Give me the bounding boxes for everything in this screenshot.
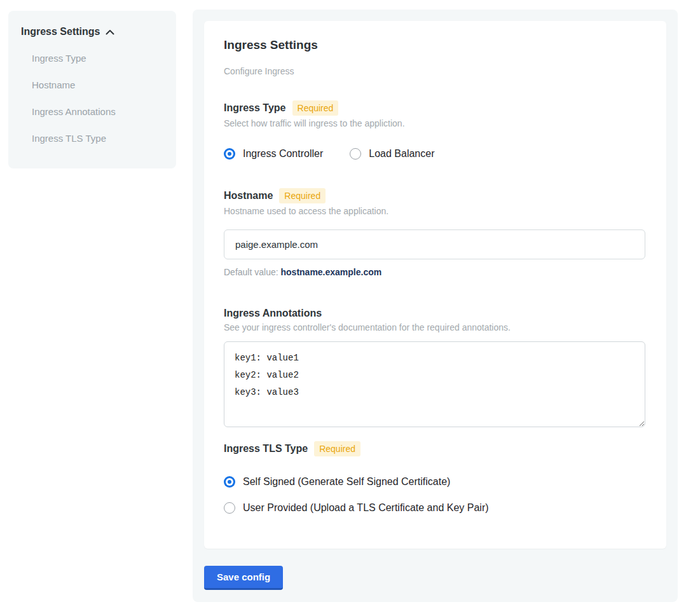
sidebar-group-ingress-settings[interactable]: Ingress Settings	[21, 26, 163, 38]
page-title: Ingress Settings	[224, 38, 647, 53]
radio-selected-icon[interactable]	[224, 476, 235, 488]
section-hostname: Hostname Required Hostname used to acces…	[224, 188, 647, 278]
ingress-type-radio-group: Ingress Controller Load Balancer	[224, 147, 647, 160]
annotations-help: See your ingress controller's documentat…	[224, 322, 647, 333]
save-config-button[interactable]: Save config	[204, 566, 283, 590]
annotations-textarea[interactable]: key1: value1 key2: value2 key3: value3	[224, 341, 645, 427]
sidebar-item-ingress-type[interactable]: Ingress Type	[21, 53, 163, 64]
ingress-type-help: Select how traffic will ingress to the a…	[224, 118, 647, 129]
section-ingress-type: Ingress Type Required Select how traffic…	[224, 100, 647, 160]
hostname-default-line: Default value: hostname.example.com	[224, 267, 647, 278]
required-badge: Required	[279, 188, 326, 203]
hostname-input[interactable]	[224, 229, 645, 259]
chevron-up-icon	[106, 26, 114, 38]
radio-unselected-icon[interactable]	[224, 502, 235, 514]
sidebar-group-label: Ingress Settings	[21, 26, 100, 38]
radio-ingress-controller[interactable]: Ingress Controller	[224, 147, 323, 160]
ingress-settings-card: Ingress Settings Configure Ingress Ingre…	[204, 21, 666, 549]
default-value-prefix: Default value:	[224, 267, 281, 277]
radio-load-balancer[interactable]: Load Balancer	[350, 147, 434, 160]
ingress-type-heading: Ingress Type	[224, 102, 286, 114]
section-ingress-annotations: Ingress Annotations See your ingress con…	[224, 307, 647, 427]
page-subtitle: Configure Ingress	[224, 66, 647, 77]
sidebar-item-ingress-tls-type[interactable]: Ingress TLS Type	[21, 133, 163, 144]
radio-selected-icon[interactable]	[224, 148, 235, 160]
default-value-text: hostname.example.com	[281, 267, 382, 277]
tls-type-heading: Ingress TLS Type	[224, 442, 308, 455]
radio-self-signed[interactable]: Self Signed (Generate Self Signed Certif…	[224, 476, 647, 488]
required-badge: Required	[314, 441, 360, 456]
config-nav-sidebar: Ingress Settings Ingress Type Hostname I…	[8, 11, 176, 168]
config-panel: Ingress Settings Configure Ingress Ingre…	[193, 10, 678, 602]
section-ingress-tls-type: Ingress TLS Type Required Self Signed (G…	[224, 441, 647, 514]
hostname-help: Hostname used to access the application.	[224, 206, 647, 217]
hostname-heading: Hostname	[224, 189, 273, 202]
required-badge: Required	[292, 100, 339, 116]
radio-user-provided[interactable]: User Provided (Upload a TLS Certificate …	[224, 502, 647, 514]
radio-unselected-icon[interactable]	[350, 148, 361, 160]
sidebar-item-ingress-annotations[interactable]: Ingress Annotations	[21, 106, 163, 118]
annotations-heading: Ingress Annotations	[224, 307, 322, 320]
sidebar-item-hostname[interactable]: Hostname	[21, 79, 163, 91]
